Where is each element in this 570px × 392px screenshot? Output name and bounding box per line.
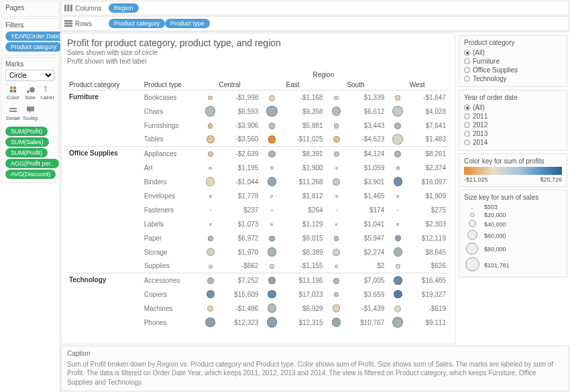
mark-circle[interactable] <box>269 95 275 101</box>
mark-circle[interactable] <box>209 167 212 170</box>
filter-option[interactable]: Technology <box>464 74 562 83</box>
mark-circle[interactable] <box>333 136 340 143</box>
mark-circle[interactable] <box>332 107 341 115</box>
pages-shelf[interactable]: Pages <box>1 1 59 17</box>
mark-circle[interactable] <box>396 166 400 170</box>
mark-detail-button[interactable]: Detail <box>5 104 20 123</box>
mark-circle[interactable] <box>335 167 338 170</box>
mark-circle[interactable] <box>271 210 272 211</box>
mark-circle[interactable] <box>394 306 401 312</box>
mark-circle[interactable] <box>268 277 276 285</box>
filter-pill[interactable]: Product category <box>5 42 62 52</box>
mark-circle[interactable] <box>394 290 402 299</box>
mark-circle[interactable] <box>209 223 212 226</box>
mark-pill[interactable]: AVG(Discount) <box>5 170 56 179</box>
mark-color-button[interactable]: Color <box>5 83 20 103</box>
mark-circle[interactable] <box>208 96 213 101</box>
mark-circle[interactable] <box>267 317 278 328</box>
mark-circle[interactable] <box>208 236 213 241</box>
mark-circle[interactable] <box>268 247 276 256</box>
mark-circle[interactable] <box>396 195 399 198</box>
mark-circle[interactable] <box>334 292 339 297</box>
marks-shape-select[interactable]: Circle <box>5 70 54 81</box>
mark-circle[interactable] <box>395 95 400 101</box>
mark-circle[interactable] <box>396 223 399 226</box>
mark-circle[interactable] <box>333 278 339 284</box>
mark-circle[interactable] <box>334 236 339 241</box>
mark-circle[interactable] <box>392 106 403 117</box>
mark-circle[interactable] <box>397 210 398 211</box>
mark-pill[interactable]: SUM(Profit) <box>5 148 48 157</box>
mark-circle[interactable] <box>392 317 403 328</box>
mark-circle[interactable] <box>394 123 401 129</box>
filter-option[interactable]: Office Supplies <box>464 66 562 74</box>
mark-circle[interactable] <box>205 318 215 328</box>
mark-circle[interactable] <box>270 195 273 198</box>
mark-circle[interactable] <box>206 177 215 186</box>
mark-circle[interactable] <box>334 96 338 100</box>
mark-circle[interactable] <box>269 236 275 242</box>
mark-circle[interactable] <box>334 123 339 129</box>
year-filter[interactable]: Year of order date (All)2011201220132014 <box>459 90 567 151</box>
mark-circle[interactable] <box>335 265 338 268</box>
mark-circle[interactable] <box>270 223 273 226</box>
mark-circle[interactable] <box>334 151 339 157</box>
mark-size-button[interactable]: Size <box>21 83 38 103</box>
mark-circle[interactable] <box>268 177 276 186</box>
mark-circle[interactable] <box>207 306 213 312</box>
mark-circle[interactable] <box>270 166 274 170</box>
columns-shelf[interactable]: Columns Region <box>61 1 569 15</box>
filter-pill[interactable]: YEAR(Order Date) <box>5 31 66 41</box>
filter-option[interactable]: (All) <box>464 103 562 112</box>
mark-circle[interactable] <box>210 210 211 211</box>
mark-pill[interactable]: SUM(Sales) <box>5 137 49 147</box>
shelf-pill[interactable]: Product category <box>109 19 165 28</box>
mark-circle[interactable] <box>266 106 278 117</box>
shelf-pill[interactable]: Product type <box>165 19 210 28</box>
filter-option[interactable]: 2014 <box>464 138 562 147</box>
shelf-pill[interactable]: Region <box>109 3 139 13</box>
mark-circle[interactable] <box>394 151 401 157</box>
mark-circle[interactable] <box>268 151 275 157</box>
mark-circle[interactable] <box>394 177 402 186</box>
mark-circle[interactable] <box>335 195 338 198</box>
mark-circle[interactable] <box>268 290 276 299</box>
filter-option[interactable]: 2012 <box>464 121 562 129</box>
mark-circle[interactable] <box>207 135 215 143</box>
mark-circle[interactable] <box>209 265 213 269</box>
mark-tooltip-button[interactable]: Tooltip <box>21 104 38 123</box>
rows-shelf[interactable]: Rows Product categoryProduct type <box>61 16 569 31</box>
filter-option[interactable]: (All) <box>464 48 562 57</box>
filter-option[interactable]: Furniture <box>464 57 562 66</box>
mark-circle[interactable] <box>392 134 403 145</box>
mark-circle[interactable] <box>209 195 212 198</box>
mark-circle[interactable] <box>207 290 215 298</box>
mark-circle[interactable] <box>332 318 341 326</box>
product-category-filter[interactable]: Product category (All)FurnitureOffice Su… <box>459 35 567 87</box>
mark-circle[interactable] <box>207 248 215 256</box>
mark-circle[interactable] <box>396 264 400 269</box>
mark-circle[interactable] <box>269 123 276 129</box>
filter-option[interactable]: 2013 <box>464 129 562 138</box>
mark-circle[interactable] <box>394 276 402 285</box>
filters-shelf[interactable]: Filters YEAR(Order Date)Product category <box>1 18 59 56</box>
mark-circle[interactable] <box>394 247 402 256</box>
mark-circle[interactable] <box>335 223 338 226</box>
mark-circle[interactable] <box>208 151 213 157</box>
mark-circle[interactable] <box>207 277 214 284</box>
mark-circle[interactable] <box>333 249 340 256</box>
mark-circle[interactable] <box>336 210 337 211</box>
mark-circle[interactable] <box>270 264 274 268</box>
mark-circle[interactable] <box>208 123 213 129</box>
mark-circle[interactable] <box>333 304 341 312</box>
mark-circle[interactable] <box>268 135 276 143</box>
profit-label: -$1,486 <box>222 302 261 316</box>
mark-label-button[interactable]: TLabel <box>40 83 55 103</box>
filter-option[interactable]: 2011 <box>464 112 562 121</box>
mark-circle[interactable] <box>205 106 216 117</box>
mark-circle[interactable] <box>268 304 276 312</box>
mark-pill[interactable]: SUM(Profit) <box>5 127 48 136</box>
mark-circle[interactable] <box>333 178 340 186</box>
mark-pill[interactable]: AGG(Profit per.. <box>5 159 59 168</box>
mark-circle[interactable] <box>395 235 401 241</box>
